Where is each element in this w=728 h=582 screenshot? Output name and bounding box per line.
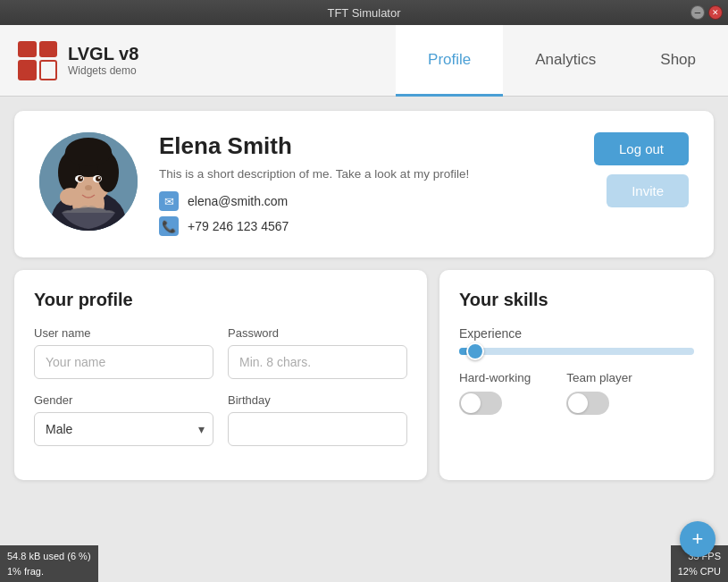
- window-title: TFT Simulator: [327, 6, 400, 20]
- nav-tabs: Profile Analytics Shop: [396, 25, 728, 96]
- bottom-panels: Your profile User name Password: [14, 270, 714, 480]
- profile-actions: Log out Invite: [594, 132, 689, 207]
- status-bar: 54.8 kB used (6 %) 1% frag.: [0, 545, 98, 582]
- profile-card: Elena Smith This is a short description …: [14, 111, 714, 257]
- phone-row: 📞 +79 246 123 4567: [159, 216, 573, 236]
- phone-icon: 📞: [159, 216, 179, 236]
- hard-working-toggle-knob: [461, 393, 481, 413]
- logout-button[interactable]: Log out: [594, 132, 689, 165]
- tab-profile[interactable]: Profile: [396, 25, 503, 97]
- your-skills-title: Your skills: [459, 290, 694, 310]
- username-password-row: User name Password: [34, 326, 407, 379]
- phone-value: +79 246 123 4567: [188, 219, 289, 233]
- profile-name: Elena Smith: [159, 132, 573, 160]
- birthday-label: Birthday: [228, 393, 407, 407]
- logo-text-area: LVGL v8 Widgets demo: [68, 44, 138, 77]
- team-player-toggle-knob: [568, 393, 588, 413]
- profile-contacts: ✉ elena@smith.com 📞 +79 246 123 4567: [159, 191, 573, 236]
- minimize-button[interactable]: ─: [690, 5, 705, 20]
- password-input[interactable]: [228, 345, 407, 379]
- fab-icon: +: [692, 527, 704, 551]
- email-icon: ✉: [159, 191, 179, 211]
- svg-point-9: [65, 138, 112, 166]
- gender-group: Gender Male Female Other ▾: [34, 393, 213, 446]
- frag-info: 1% frag.: [7, 564, 91, 579]
- hard-working-toggle[interactable]: [459, 392, 502, 415]
- svg-point-17: [60, 188, 81, 206]
- hard-working-label: Hard-working: [459, 371, 531, 384]
- svg-point-13: [96, 176, 101, 181]
- header: LVGL v8 Widgets demo Profile Analytics S…: [0, 25, 728, 97]
- profile-info: Elena Smith This is a short description …: [159, 132, 573, 236]
- memory-usage: 54.8 kB used (6 %): [7, 549, 91, 564]
- window-controls: ─ ✕: [690, 5, 723, 20]
- username-label: User name: [34, 326, 213, 340]
- cpu-value: 12% CPU: [678, 564, 721, 579]
- gender-select-wrapper: Male Female Other ▾: [34, 412, 213, 446]
- logo-sq-tl: [18, 41, 37, 58]
- gender-birthday-row: Gender Male Female Other ▾: [34, 393, 407, 446]
- birthday-input[interactable]: [228, 412, 407, 446]
- fab-button[interactable]: +: [680, 521, 715, 557]
- password-label: Password: [228, 326, 407, 340]
- username-input[interactable]: [34, 345, 213, 379]
- close-icon: ✕: [712, 8, 719, 17]
- svg-point-14: [80, 177, 82, 179]
- toggles-row: Hard-working Team player: [459, 371, 694, 415]
- your-profile-title: Your profile: [34, 290, 407, 310]
- close-button[interactable]: ✕: [708, 5, 723, 20]
- your-skills-panel: Your skills Experience Hard-working: [439, 270, 714, 480]
- avatar: [39, 132, 138, 231]
- svg-point-12: [78, 176, 83, 181]
- svg-point-15: [98, 177, 100, 179]
- logo-title: LVGL v8: [68, 44, 138, 64]
- tab-shop[interactable]: Shop: [628, 25, 728, 97]
- experience-label: Experience: [459, 326, 694, 341]
- your-profile-panel: Your profile User name Password: [14, 270, 427, 480]
- team-player-toggle[interactable]: [566, 392, 609, 415]
- main-window: LVGL v8 Widgets demo Profile Analytics S…: [0, 25, 728, 582]
- experience-slider-track: [459, 348, 694, 355]
- content-area: Elena Smith This is a short description …: [0, 97, 728, 494]
- title-bar: TFT Simulator ─ ✕: [0, 0, 728, 25]
- minimize-icon: ─: [695, 8, 700, 17]
- team-player-group: Team player: [566, 371, 632, 415]
- logo-sq-br: [39, 60, 58, 80]
- email-row: ✉ elena@smith.com: [159, 191, 573, 211]
- experience-slider-thumb[interactable]: [466, 342, 484, 360]
- logo-area: LVGL v8 Widgets demo: [0, 25, 156, 96]
- gender-select[interactable]: Male Female Other: [34, 412, 213, 446]
- logo-sq-bl: [18, 60, 37, 80]
- gender-label: Gender: [34, 393, 213, 407]
- svg-point-16: [85, 185, 92, 190]
- password-group: Password: [228, 326, 407, 379]
- username-group: User name: [34, 326, 213, 379]
- logo-subtitle: Widgets demo: [68, 64, 138, 77]
- profile-description: This is a short description of me. Take …: [159, 167, 573, 181]
- logo-sq-tr: [39, 41, 58, 58]
- team-player-label: Team player: [566, 371, 632, 384]
- birthday-group: Birthday: [228, 393, 407, 446]
- tab-analytics[interactable]: Analytics: [503, 25, 628, 97]
- hard-working-group: Hard-working: [459, 371, 531, 415]
- experience-row: Experience: [459, 326, 694, 355]
- email-value: elena@smith.com: [188, 194, 288, 208]
- logo-icon: [18, 41, 57, 80]
- invite-button[interactable]: Invite: [607, 174, 689, 207]
